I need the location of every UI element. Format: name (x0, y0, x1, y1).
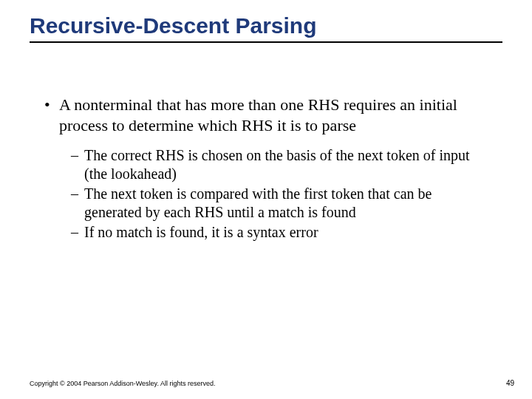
sub-bullet-list: – The correct RHS is chosen on the basis… (44, 146, 502, 242)
bullet-text: A nonterminal that has more than one RHS… (59, 95, 502, 136)
title-underline (30, 41, 502, 43)
page-number: 49 (506, 379, 514, 387)
slide-footer: Copyright © 2004 Pearson Addison-Wesley.… (30, 379, 514, 387)
sub-bullet-item: – The next token is compared with the fi… (71, 185, 502, 222)
sub-bullet-text: The correct RHS is chosen on the basis o… (84, 146, 502, 183)
slide: Recursive-Descent Parsing • A nontermina… (0, 0, 532, 399)
slide-body: • A nonterminal that has more than one R… (30, 95, 502, 242)
dash-icon: – (71, 146, 84, 165)
sub-bullet-item: – The correct RHS is chosen on the basis… (71, 146, 502, 183)
bullet-icon: • (44, 95, 59, 115)
sub-bullet-item: – If no match is found, it is a syntax e… (71, 223, 502, 242)
sub-bullet-text: The next token is compared with the firs… (84, 185, 502, 222)
page-title: Recursive-Descent Parsing (30, 13, 502, 38)
dash-icon: – (71, 185, 84, 203)
bullet-item: • A nonterminal that has more than one R… (44, 95, 502, 136)
dash-icon: – (71, 223, 84, 242)
sub-bullet-text: If no match is found, it is a syntax err… (84, 223, 502, 242)
copyright-text: Copyright © 2004 Pearson Addison-Wesley.… (30, 380, 215, 387)
